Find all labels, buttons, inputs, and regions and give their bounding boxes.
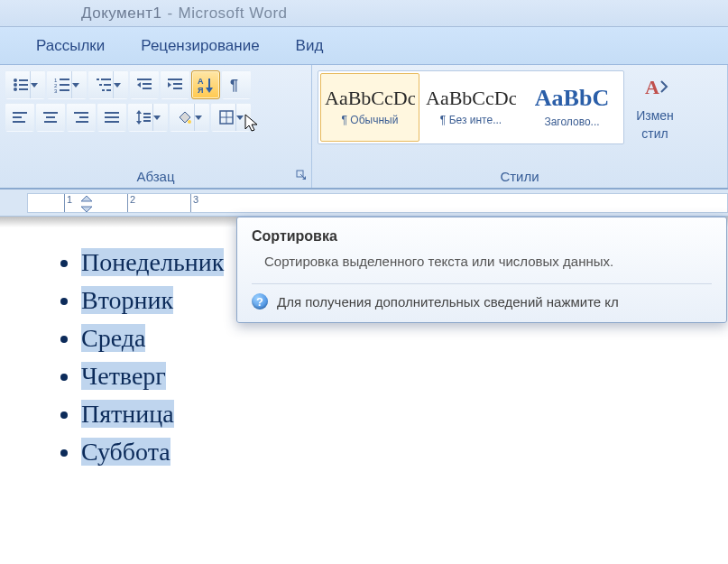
indent-marker-icon[interactable] [80, 194, 93, 214]
svg-point-0 [14, 79, 17, 82]
sort-icon: A Я [197, 76, 215, 94]
document-name: Документ1 [81, 5, 161, 23]
tab-review[interactable]: Рецензирование [141, 37, 259, 55]
svg-rect-24 [173, 88, 182, 89]
tooltip-help-row: ? Для получения дополнительных сведений … [252, 283, 712, 310]
style-item-no-spacing[interactable]: AaBbCcDc ¶ Без инте... [421, 73, 521, 142]
change-styles-label-1: Измен [636, 108, 674, 123]
svg-text:¶: ¶ [230, 78, 238, 93]
align-center-button[interactable] [36, 103, 65, 132]
svg-text:Я: Я [198, 86, 203, 94]
align-left-icon [12, 109, 28, 125]
svg-rect-18 [137, 79, 152, 80]
align-left-button[interactable] [5, 103, 34, 132]
svg-rect-46 [143, 113, 151, 115]
increase-indent-icon [167, 77, 183, 93]
svg-rect-23 [173, 83, 182, 85]
style-item-heading[interactable]: AaBbC Заголово... [522, 73, 622, 142]
ruler-tick: 3 [190, 194, 198, 212]
sort-button[interactable]: A Я [191, 70, 220, 99]
svg-rect-34 [43, 112, 58, 114]
list-item[interactable]: Суббота [81, 433, 692, 471]
svg-rect-15 [104, 84, 111, 86]
align-right-icon [73, 109, 89, 125]
multilevel-list-button[interactable] [88, 70, 128, 99]
svg-marker-58 [81, 207, 92, 212]
svg-rect-13 [101, 79, 111, 80]
svg-rect-32 [13, 116, 22, 118]
svg-rect-9 [60, 84, 69, 86]
svg-rect-22 [168, 79, 182, 80]
line-spacing-button[interactable] [128, 103, 168, 132]
dialog-launcher-icon [296, 170, 307, 180]
decrease-indent-button[interactable] [130, 70, 159, 99]
svg-rect-19 [143, 83, 152, 85]
borders-icon [218, 109, 235, 125]
style-preview: AaBbCcDc [325, 88, 415, 108]
svg-text:A: A [645, 76, 659, 98]
show-hide-marks-button[interactable]: ¶ [222, 70, 251, 99]
svg-rect-3 [19, 84, 28, 86]
list-item[interactable]: Пятница [81, 395, 692, 433]
bullets-button[interactable] [5, 70, 45, 99]
change-styles-label-2: стил [641, 126, 668, 141]
align-justify-icon [104, 109, 120, 125]
svg-marker-29 [206, 88, 213, 93]
svg-rect-36 [44, 121, 57, 123]
svg-rect-14 [99, 84, 102, 86]
list-item[interactable]: Четверг [81, 357, 692, 395]
ribbon: 1 2 3 [0, 65, 728, 190]
style-preview: AaBbC [527, 87, 617, 110]
list-item[interactable]: Среда [81, 319, 692, 357]
svg-marker-45 [136, 121, 142, 125]
svg-rect-17 [106, 89, 111, 91]
svg-marker-25 [168, 82, 171, 88]
ruler[interactable]: 1 2 3 [27, 193, 728, 213]
styles-gallery[interactable]: AaBbCcDc ¶ Обычный AaBbCcDc ¶ Без инте..… [318, 70, 624, 144]
line-spacing-icon [135, 109, 152, 125]
help-icon: ? [252, 293, 268, 310]
app-name: Microsoft Word [179, 5, 288, 23]
ruler-tick: 1 [64, 194, 72, 212]
svg-rect-47 [143, 116, 151, 118]
tooltip-help-text: Для получения дополнительных сведений на… [277, 294, 619, 310]
ruler-container: 1 2 3 [0, 190, 728, 217]
ruler-tick: 2 [127, 194, 135, 212]
svg-rect-48 [143, 120, 151, 122]
style-preview: AaBbCcDc [426, 88, 516, 108]
align-right-button[interactable] [67, 103, 96, 132]
svg-rect-20 [143, 88, 152, 89]
title-sep: - [167, 5, 172, 23]
svg-text:3: 3 [54, 88, 58, 93]
svg-rect-12 [97, 79, 99, 80]
tooltip-title: Сортировка [252, 228, 712, 245]
increase-indent-button[interactable] [161, 70, 189, 99]
numbered-list-icon: 1 2 3 [54, 77, 70, 93]
style-item-normal[interactable]: AaBbCcDc ¶ Обычный [320, 73, 419, 142]
align-center-icon [42, 109, 59, 125]
ribbon-tabs: Рассылки Рецензирование Вид [0, 27, 728, 65]
svg-point-4 [14, 88, 17, 91]
svg-text:A: A [198, 77, 204, 86]
tab-view[interactable]: Вид [296, 37, 324, 55]
svg-rect-40 [105, 112, 119, 114]
svg-rect-38 [79, 116, 88, 118]
svg-marker-44 [136, 110, 142, 114]
svg-rect-33 [13, 121, 25, 123]
shading-button[interactable] [170, 103, 209, 132]
tab-mailings[interactable]: Рассылки [36, 37, 105, 55]
change-styles-button[interactable]: A Измен стил [628, 70, 682, 141]
numbering-button[interactable]: 1 2 3 [47, 70, 87, 99]
style-caption: ¶ Обычный [325, 114, 415, 126]
align-justify-button[interactable] [97, 103, 126, 132]
svg-rect-31 [13, 112, 27, 114]
style-caption: ¶ Без инте... [426, 114, 516, 126]
svg-marker-57 [81, 196, 92, 201]
group-paragraph: 1 2 3 [0, 65, 312, 188]
tooltip-description: Сортировка выделенного текста или числов… [264, 254, 712, 269]
paragraph-dialog-launcher[interactable] [295, 170, 308, 182]
svg-rect-39 [76, 121, 88, 123]
borders-button[interactable] [211, 103, 251, 132]
svg-rect-1 [19, 79, 28, 81]
sort-tooltip: Сортировка Сортировка выделенного текста… [236, 217, 727, 323]
